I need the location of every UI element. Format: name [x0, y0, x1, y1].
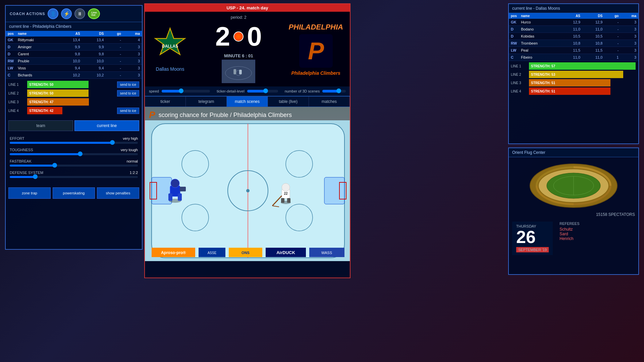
line-row: LINE 1 STRENGTH: 50 send to ice: [8, 81, 139, 88]
line-label: LINE 1: [8, 83, 25, 86]
cell-ds: 11,0: [582, 26, 604, 33]
right-strength-bar: STRENGTH: 57: [529, 62, 636, 70]
cell-as: 13,4: [58, 37, 82, 44]
center-panel: USP - 24. match day DALLAS Dallas Moons …: [144, 3, 351, 278]
cell-pos: RW: [6, 58, 16, 65]
cell-as: 10,2: [58, 72, 82, 79]
coach-btn-pause[interactable]: ⏸: [74, 8, 85, 19]
game-scene: P scoring chance for Pnuble / Philadelph…: [145, 107, 350, 261]
zone-trap-btn[interactable]: zone trap: [8, 187, 51, 199]
cell-ma: 3: [123, 58, 142, 65]
scenes-slider[interactable]: [322, 90, 346, 93]
cell-name: Kobidas: [519, 33, 560, 40]
tab-match-scenes[interactable]: match scenes: [227, 97, 268, 107]
current-line-title: current line - Philadelphia Climbers: [6, 22, 142, 31]
slider-row: DEFENSE SYSTEM 1:2:2: [10, 171, 138, 178]
cell-name: Bodano: [519, 26, 560, 33]
scene-team-logo: P: [149, 110, 155, 120]
show-penalties-btn[interactable]: show penalties: [97, 187, 139, 199]
score-away: 0: [247, 21, 262, 52]
speed-slider[interactable]: [162, 90, 210, 93]
cell-ma: 3: [621, 33, 638, 40]
slider-track[interactable]: [10, 165, 138, 167]
referees-label: REFEREES: [559, 222, 635, 226]
right-strength-bar: STRENGTH: 53: [529, 71, 623, 78]
coach-btn-2[interactable]: ⚡: [61, 8, 72, 19]
slider-value: very high: [123, 136, 138, 140]
stadium-panel: Orient Flug Center 15158 SPECTATORS THUR…: [508, 147, 639, 275]
cell-pos: D: [6, 51, 16, 58]
col-pos: pos: [6, 31, 16, 37]
svg-text:22: 22: [284, 192, 288, 195]
referees-box: REFEREES SchultzSardHenrich: [559, 222, 635, 255]
scenes-control: number of 3D scenes: [285, 89, 346, 93]
cell-pos: D: [6, 44, 16, 51]
coach-btn-timeout[interactable]: LimeOut: [88, 8, 100, 19]
cell-go: -: [106, 51, 123, 58]
slider-row: EFFORT very high: [10, 136, 138, 144]
send-to-ice-btn[interactable]: send to ice: [117, 108, 139, 114]
send-to-ice-btn[interactable]: send to ice: [117, 81, 139, 88]
player-table-right: pos name AS DS go ma GK Hurco 12,9 12,9 …: [509, 13, 638, 61]
cell-go: 1: [604, 54, 621, 61]
coach-actions-title: COACH ACTIONS: [10, 12, 45, 16]
slider-track[interactable]: [10, 176, 138, 178]
cell-go: -: [604, 33, 621, 40]
tab-current-line[interactable]: current line: [74, 120, 139, 131]
line-label: LINE 4: [8, 109, 25, 113]
slider-label: TOUGHNESS very tough: [10, 148, 138, 152]
col-name: name: [16, 31, 58, 37]
coach-btn-1[interactable]: 👤: [48, 8, 58, 19]
line-row: LINE 2 STRENGTH: 50 send to ice: [8, 89, 139, 97]
cell-as: 10,0: [58, 58, 82, 65]
ticker-detail-slider[interactable]: [247, 90, 278, 93]
cell-ma: 3: [123, 72, 142, 79]
cell-as: 11,0: [560, 26, 582, 33]
home-team-name: Dallas Moons: [156, 66, 184, 72]
tab-ticker[interactable]: ticker: [145, 97, 186, 107]
tab-telegram[interactable]: telegram: [186, 97, 227, 107]
slider-track[interactable]: [10, 142, 138, 144]
slider-label: FASTBREAK normal: [10, 159, 138, 163]
right-line-row: LINE 2 STRENGTH: 53: [511, 71, 636, 78]
cell-ma: 3: [621, 19, 638, 26]
period-info: period: 2: [231, 15, 247, 20]
coach-actions-header: COACH ACTIONS 👤 ⚡ ⏸ LimeOut: [6, 6, 142, 22]
cell-ma: 3: [621, 54, 638, 61]
philly-logo: P: [299, 34, 333, 68]
cell-ma: 3: [123, 44, 142, 51]
bottom-buttons: zone trap powerskating show penalties: [6, 185, 142, 201]
match-header: USP - 24. match day: [145, 4, 350, 12]
svg-rect-15: [324, 177, 344, 204]
table-row: D Kobidas 10,5 10,5 - 3: [509, 33, 638, 40]
strength-bar: STRENGTH: 42: [27, 107, 62, 114]
svg-text:ASSE: ASSE: [208, 251, 217, 255]
send-to-ice-btn[interactable]: send to ice: [117, 90, 139, 97]
cell-pos: LW: [509, 47, 519, 54]
powerskating-btn[interactable]: powerskating: [53, 187, 95, 199]
col-ma: ma: [123, 31, 142, 37]
col-ds: DS: [82, 31, 106, 37]
r-col-as: AS: [560, 13, 582, 19]
slider-value: very tough: [121, 148, 138, 152]
tab-table-live[interactable]: table (live): [268, 97, 309, 107]
cell-as: 11,5: [560, 47, 582, 54]
right-panel: current line - Dallas Moons pos name AS …: [508, 3, 639, 144]
cell-pos: D: [509, 33, 519, 40]
cell-ds: 10,5: [582, 33, 604, 40]
slider-track[interactable]: [10, 153, 138, 155]
cell-name: Aminger: [16, 44, 58, 51]
svg-text:Aproso-pro®: Aproso-pro®: [161, 250, 186, 255]
r-col-ds: DS: [582, 13, 604, 19]
cell-name: Pnuble: [16, 58, 58, 65]
table-row: GK Riittymaki 13,4 13,4 - 4: [6, 37, 142, 44]
tab-team[interactable]: team: [8, 120, 73, 131]
col-as: AS: [58, 31, 82, 37]
score-center: period: 2 2 0 MINUTE 6 : 01: [215, 15, 262, 83]
cell-ds: 11,5: [582, 47, 604, 54]
line-row: LINE 4 STRENGTH: 42 send to ice: [8, 107, 139, 114]
svg-text:WASS: WASS: [321, 251, 332, 255]
tab-matches[interactable]: matches: [309, 97, 350, 107]
cell-name: Carent: [16, 51, 58, 58]
cell-ds: 10,2: [82, 72, 106, 79]
